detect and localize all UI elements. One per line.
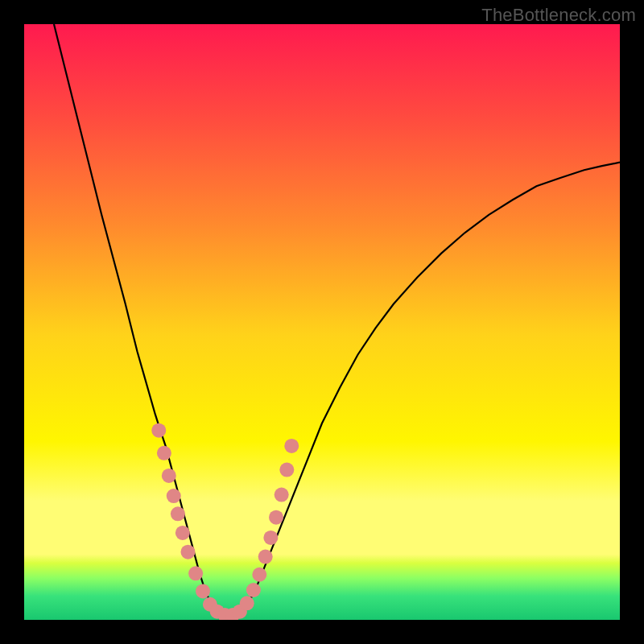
overlay-marker bbox=[167, 489, 181, 503]
overlay-marker bbox=[269, 510, 283, 525]
overlay-marker bbox=[171, 506, 185, 521]
overlay-marker bbox=[275, 488, 289, 502]
overlay-marker bbox=[188, 566, 203, 580]
overlay-marker bbox=[175, 526, 190, 540]
overlay-marker bbox=[258, 550, 273, 564]
overlay-marker bbox=[240, 596, 254, 610]
overlay-marker bbox=[196, 584, 210, 598]
chart-background bbox=[24, 24, 620, 620]
watermark-text: TheBottleneck.com bbox=[481, 5, 636, 26]
overlay-marker bbox=[151, 423, 166, 438]
chart-plot bbox=[24, 24, 620, 620]
overlay-marker bbox=[279, 463, 294, 477]
overlay-marker bbox=[284, 439, 299, 453]
chart-frame: TheBottleneck.com bbox=[0, 0, 644, 644]
overlay-marker bbox=[181, 545, 196, 559]
overlay-marker bbox=[246, 583, 261, 597]
overlay-marker bbox=[157, 446, 171, 460]
overlay-marker bbox=[263, 530, 278, 545]
overlay-marker bbox=[162, 469, 176, 483]
overlay-marker bbox=[252, 568, 266, 582]
